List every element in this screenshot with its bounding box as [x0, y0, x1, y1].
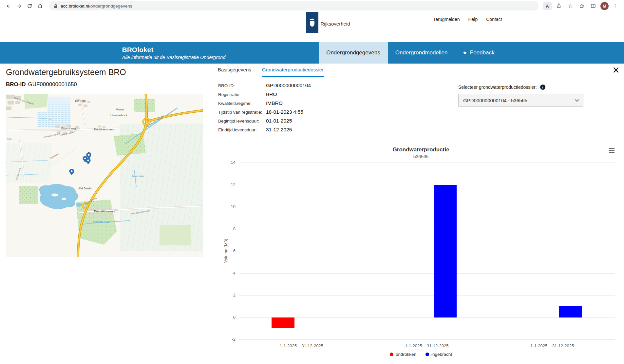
- forward-icon: [16, 3, 22, 9]
- gridline: [239, 317, 615, 318]
- back-button[interactable]: [4, 1, 13, 10]
- tab-ondergrondmodellen[interactable]: Ondergrondmodellen: [388, 42, 455, 64]
- legend-label: ingebracht: [431, 352, 452, 357]
- browser-toolbar: acc.broloket.nl/ondergrondgegevens A ☆ M…: [0, 0, 624, 12]
- y-axis-tick: 14: [218, 160, 236, 165]
- legend-label: onttrokken: [396, 352, 416, 357]
- link-contact[interactable]: Contact: [486, 17, 502, 22]
- legend-item[interactable]: ingebracht: [425, 352, 452, 357]
- info-icon[interactable]: i: [540, 85, 545, 90]
- x-axis-tick: 1-1-2025 – 31-12-2025: [391, 343, 463, 348]
- chart-section: Grondwaterproductie 536565 Volume (M3) o…: [218, 143, 624, 364]
- y-axis-tick: 0: [218, 315, 236, 320]
- map-label: Beetsterzwaag: [94, 209, 115, 213]
- refresh-button[interactable]: [25, 1, 34, 10]
- browser-menu-icon[interactable]: ⋮: [612, 2, 620, 10]
- field-row: Kwaliteitsregime: IMBRO: [218, 100, 311, 109]
- legend-dot: [425, 353, 429, 356]
- chart-bar: [559, 306, 582, 317]
- tab-grondwaterproductiedossier[interactable]: Grondwaterproductiedossier: [262, 67, 324, 77]
- y-axis-tick: -2: [218, 337, 236, 342]
- legend-dot: [390, 353, 393, 356]
- lock-icon[interactable]: [54, 4, 58, 8]
- bro-id-label: BRO-ID: [6, 81, 26, 87]
- star-icon: ★: [463, 50, 467, 56]
- rijksoverheid-wordmark: Rijksoverheid: [321, 21, 350, 27]
- url-path: /ondergrondgegevens: [89, 4, 132, 9]
- gridline: [239, 163, 615, 163]
- dossier-select[interactable]: GPD000000000104 - 536565: [458, 94, 583, 107]
- government-header: Rijksoverheid Terugmelden Help Contact: [0, 12, 624, 42]
- translate-icon[interactable]: A: [543, 2, 552, 10]
- chart-title: Grondwaterproductie: [218, 146, 624, 153]
- map[interactable]: Drachtster HeaweiDe TikeMorraHimsterhout…: [6, 94, 203, 257]
- bookmark-star-icon[interactable]: ☆: [566, 2, 575, 10]
- dossier-selector: Selecteer grondwaterproductiedossier: i …: [458, 85, 583, 107]
- detail-fields: BRO-ID: GPD000000000104 Registratie: BRO…: [218, 83, 311, 136]
- home-button[interactable]: [35, 1, 45, 10]
- map-label: Krite: [7, 138, 12, 141]
- home-icon: [37, 3, 43, 9]
- brand: BROloket Alle informatie uit de Basisreg…: [122, 42, 226, 64]
- y-axis-tick: 12: [218, 182, 236, 187]
- map-label: Ald Beets: [78, 186, 92, 190]
- gridline: [239, 295, 615, 296]
- legend-item[interactable]: onttrokken: [390, 352, 416, 357]
- gridline: [239, 229, 615, 229]
- y-axis-tick: 6: [218, 248, 236, 253]
- map-label: Himsterhout: [110, 113, 127, 117]
- lake: [39, 184, 78, 209]
- url-host: acc.broloket.nl: [61, 4, 89, 9]
- back-icon: [6, 3, 11, 9]
- chart-bar: [272, 317, 294, 329]
- chevron-down-icon: [575, 98, 579, 102]
- rijksoverheid-logo[interactable]: [306, 12, 318, 33]
- chart-menu-icon[interactable]: [608, 147, 615, 154]
- rijksoverheid-crest-icon: [309, 17, 316, 28]
- brand-title: BROloket: [122, 46, 226, 54]
- y-axis-tick: 2: [218, 293, 236, 297]
- map-label: Beetster Feart: [93, 220, 110, 223]
- forward-button[interactable]: [14, 1, 24, 10]
- gridline: [239, 273, 615, 274]
- gridline: [239, 251, 615, 251]
- chart-legend: onttrokkeningebracht: [218, 352, 624, 357]
- field-row: Eindtijd levensduur: 31-12-2025: [218, 127, 311, 136]
- field-row: Tijdstip van registratie: 18-01-2023 4:5…: [218, 109, 311, 118]
- bro-id-line: BRO-IDGUF000000001650: [6, 81, 77, 88]
- map-label: Mearsleat: [132, 175, 144, 178]
- map-label: Boornbergum: [61, 126, 80, 130]
- brand-subtitle: Alle informatie uit de Basisregistratie …: [122, 55, 226, 60]
- address-bar[interactable]: acc.broloket.nl/ondergrondgegevens: [49, 1, 539, 10]
- x-axis-tick: 1-1-2025 – 31-12-2025: [265, 343, 337, 348]
- field-row: Registratie: BRO: [218, 91, 311, 100]
- y-axis-tick: 4: [218, 271, 236, 276]
- profile-avatar[interactable]: M: [600, 2, 609, 10]
- y-axis-tick: 10: [218, 204, 236, 209]
- tab-ondergrondgegevens[interactable]: Ondergrondgegevens: [319, 42, 388, 64]
- field-row: Begintijd levensduur: 01-01-2025: [218, 118, 311, 127]
- gridline: [239, 207, 615, 207]
- link-terugmelden[interactable]: Terugmelden: [433, 17, 460, 22]
- close-icon[interactable]: ×: [613, 64, 619, 76]
- link-help[interactable]: Help: [468, 17, 478, 22]
- y-axis-tick: 8: [218, 226, 236, 231]
- refresh-icon: [27, 3, 32, 9]
- field-row: BRO-ID: GPD000000000104: [218, 83, 311, 91]
- dossier-select-value: GPD000000000104 - 536565: [463, 98, 527, 103]
- gridline: [239, 185, 615, 185]
- tab-basisgegevens[interactable]: Basisgegevens: [218, 67, 251, 77]
- detail-panel: Basisgegevens Grondwaterproductiedossier…: [218, 64, 624, 364]
- chart-bar: [434, 185, 457, 317]
- tab-feedback[interactable]: ★ Feedback: [455, 42, 502, 64]
- primary-navbar: BROloket Alle informatie uit de Basisreg…: [0, 42, 624, 64]
- map-canvas[interactable]: Drachtster HeaweiDe TikeMorraHimsterhout…: [6, 94, 203, 257]
- detail-tabs: Basisgegevens Grondwaterproductiedossier: [218, 67, 324, 77]
- dossier-selector-label: Selecteer grondwaterproductiedossier:: [458, 85, 537, 90]
- extensions-icon[interactable]: [577, 2, 586, 10]
- page-title: Grondwatergebruiksysteem BRO: [6, 67, 126, 77]
- share-icon[interactable]: [555, 2, 563, 10]
- x-axis-tick: 1-1-2025 – 31-12-2025: [516, 343, 588, 348]
- map-label: Kortehemmen: [94, 127, 114, 131]
- side-panel-icon[interactable]: [589, 2, 597, 10]
